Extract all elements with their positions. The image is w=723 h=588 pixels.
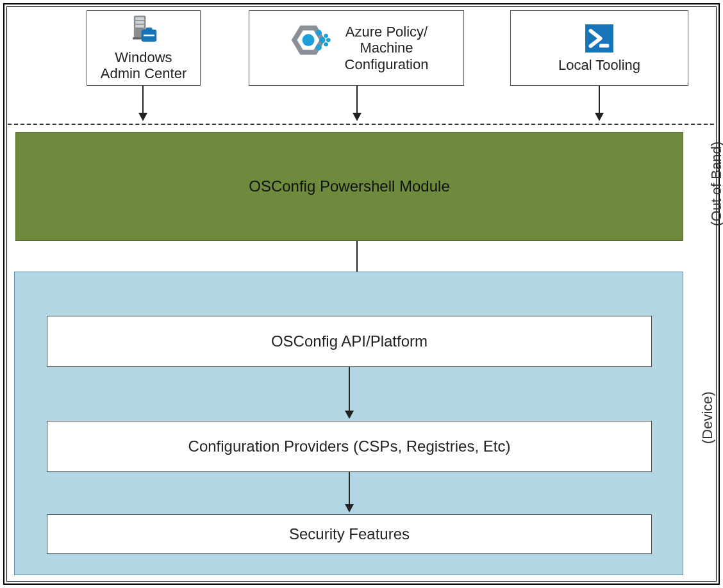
- svg-point-15: [324, 42, 328, 47]
- inner-label: OSConfig API/Platform: [271, 332, 428, 350]
- svg-point-13: [324, 34, 328, 38]
- hex-dots-icon: [285, 23, 333, 72]
- svg-point-14: [326, 38, 331, 42]
- svg-rect-6: [145, 28, 152, 31]
- osconfig-api-box: OSConfig API/Platform: [47, 316, 652, 367]
- tool-windows-admin-center: Windows Admin Center: [87, 10, 201, 86]
- device-container: OSConfig API/Platform Configuration Prov…: [14, 272, 683, 575]
- tool-label: Windows Admin Center: [101, 49, 187, 82]
- server-briefcase-icon: [126, 13, 161, 48]
- powershell-icon: [582, 21, 617, 56]
- tool-local-tooling: Local Tooling: [510, 10, 688, 86]
- arrow-head-icon: [595, 113, 604, 121]
- tool-label: Azure Policy/ Machine Configuration: [345, 24, 429, 72]
- security-features-box: Security Features: [47, 514, 652, 554]
- svg-rect-2: [135, 21, 144, 24]
- arrow: [599, 86, 600, 114]
- osconfig-module-box: OSConfig Powershell Module: [15, 132, 683, 241]
- arrow-head-icon: [138, 113, 147, 121]
- svg-point-9: [302, 34, 314, 46]
- arrow: [349, 367, 350, 412]
- side-label-device: (Device): [699, 393, 716, 444]
- svg-point-12: [315, 44, 322, 51]
- arrow: [349, 472, 350, 505]
- svg-point-11: [319, 37, 326, 44]
- svg-rect-3: [135, 24, 144, 27]
- svg-rect-7: [144, 35, 154, 37]
- tool-label: Local Tooling: [558, 57, 640, 73]
- svg-rect-1: [135, 17, 144, 20]
- arrow-head-icon: [345, 411, 354, 419]
- arrow: [142, 86, 144, 114]
- svg-rect-17: [599, 44, 609, 48]
- module-label: OSConfig Powershell Module: [249, 177, 450, 195]
- side-label-out-of-band: (Out of Band): [708, 139, 723, 229]
- arrow-head-icon: [353, 113, 362, 121]
- arrow-head-icon: [345, 504, 354, 512]
- arrow: [356, 86, 358, 114]
- config-providers-box: Configuration Providers (CSPs, Registrie…: [47, 421, 652, 472]
- tool-azure-policy: Azure Policy/ Machine Configuration: [249, 10, 464, 86]
- inner-label: Configuration Providers (CSPs, Registrie…: [188, 437, 511, 455]
- inner-label: Security Features: [289, 525, 410, 543]
- boundary-dashed-line: [8, 124, 714, 125]
- svg-point-10: [315, 29, 322, 36]
